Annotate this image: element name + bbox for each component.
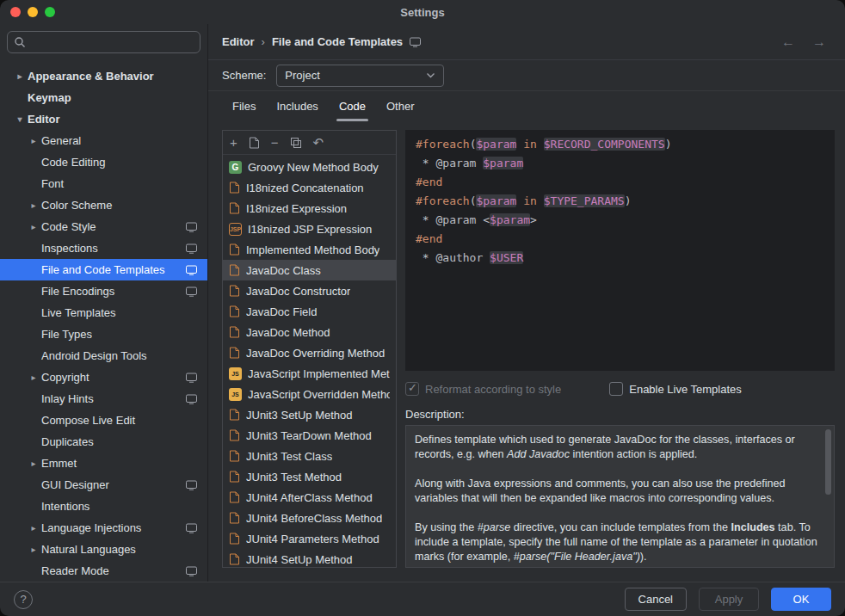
reformat-label: Reformat according to style xyxy=(425,383,561,396)
sidebar-item-natural-languages[interactable]: ▸Natural Languages xyxy=(0,539,207,560)
template-item-javadoc-class[interactable]: JavaDoc Class xyxy=(223,260,396,280)
close-window-button[interactable] xyxy=(10,7,21,17)
duplicate-template-icon[interactable] xyxy=(290,137,302,149)
sidebar-item-language-injections[interactable]: ▸Language Injections xyxy=(0,517,207,539)
sidebar-item-file-types[interactable]: File Types xyxy=(0,323,207,345)
template-item-javadoc-method[interactable]: JavaDoc Method xyxy=(223,322,396,342)
search-icon xyxy=(14,36,26,48)
sidebar-item-emmet[interactable]: ▸Emmet xyxy=(0,453,207,474)
forward-icon[interactable]: → xyxy=(807,34,831,50)
ok-button[interactable]: OK xyxy=(771,588,831,611)
scheme-select[interactable]: Project xyxy=(276,65,444,87)
description-paragraph: Defines template which used to generate … xyxy=(415,433,822,462)
tab-includes[interactable]: Includes xyxy=(266,91,328,121)
sidebar-item-compose-live-edit[interactable]: Compose Live Edit xyxy=(0,410,207,431)
file-template-icon xyxy=(229,285,240,297)
cancel-button[interactable]: Cancel xyxy=(625,588,687,611)
sidebar-item-label: Natural Languages xyxy=(41,543,207,556)
code-token: $param xyxy=(476,194,516,207)
chevron-right-icon[interactable]: ▸ xyxy=(26,222,41,231)
template-tabs: FilesIncludesCodeOther xyxy=(208,91,845,121)
settings-search-box[interactable] xyxy=(7,31,200,53)
reset-to-default-icon[interactable]: ↶ xyxy=(313,137,324,149)
tab-code[interactable]: Code xyxy=(329,91,376,121)
chevron-right-icon[interactable]: ▸ xyxy=(26,373,41,382)
back-icon[interactable]: ← xyxy=(776,34,800,50)
chevron-right-icon[interactable]: ▸ xyxy=(26,136,41,145)
sidebar-item-inlay-hints[interactable]: Inlay Hints xyxy=(0,388,207,410)
template-item-junit4-afterclass-method[interactable]: JUnit4 AfterClass Method xyxy=(223,487,396,508)
sidebar-item-file-encodings[interactable]: File Encodings xyxy=(0,280,207,302)
template-item-i18nized-expression[interactable]: I18nized Expression xyxy=(223,198,396,219)
sidebar-item-keymap[interactable]: Keymap xyxy=(0,87,207,108)
sidebar-item-code-editing[interactable]: Code Editing xyxy=(0,151,207,173)
tab-other[interactable]: Other xyxy=(376,91,425,121)
monitor-icon xyxy=(410,37,421,47)
sidebar-item-gui-designer[interactable]: GUI Designer xyxy=(0,474,207,496)
titlebar: Settings xyxy=(0,0,845,24)
remove-template-icon[interactable]: − xyxy=(271,137,279,149)
add-template-icon[interactable]: + xyxy=(230,137,237,149)
apply-button[interactable]: Apply xyxy=(699,588,759,611)
sidebar-item-android-design-tools[interactable]: Android Design Tools xyxy=(0,345,207,367)
sidebar-item-copyright[interactable]: ▸Copyright xyxy=(0,367,207,388)
template-item-groovy-new-method-body[interactable]: GGroovy New Method Body xyxy=(223,157,396,177)
sidebar-item-editor[interactable]: ▾Editor xyxy=(0,108,207,130)
settings-window: Settings ▸Appearance & BehaviorKeymap▾Ed… xyxy=(0,0,845,616)
scrollbar-thumb[interactable] xyxy=(825,429,831,495)
sidebar-item-label: Copyright xyxy=(41,371,186,384)
template-item-junit4-beforeclass-method[interactable]: JUnit4 BeforeClass Method xyxy=(223,508,396,528)
sidebar-item-inspections[interactable]: Inspections xyxy=(0,237,207,259)
tab-files[interactable]: Files xyxy=(222,91,266,121)
breadcrumb-parent[interactable]: Editor xyxy=(222,35,255,48)
chevron-right-icon[interactable]: ▸ xyxy=(26,523,41,533)
sidebar-item-code-style[interactable]: ▸Code Style xyxy=(0,216,207,237)
sidebar-item-reader-mode[interactable]: Reader Mode xyxy=(0,560,207,582)
template-item-junit3-test-class[interactable]: JUnit3 Test Class xyxy=(223,446,396,466)
sidebar-item-label: Inspections xyxy=(41,242,186,255)
chevron-right-icon[interactable]: ▸ xyxy=(26,459,41,468)
code-token: #end xyxy=(416,176,442,188)
code-token xyxy=(537,194,544,207)
sidebar-item-font[interactable]: Font xyxy=(0,173,207,194)
sidebar-item-general[interactable]: ▸General xyxy=(0,130,207,151)
sidebar-item-intentions[interactable]: Intentions xyxy=(0,496,207,517)
sidebar-item-color-scheme[interactable]: ▸Color Scheme xyxy=(0,194,207,216)
template-item-javascript-overridden-metho[interactable]: JSJavaScript Overridden Metho xyxy=(223,384,396,404)
template-item-junit3-setup-method[interactable]: JUnit3 SetUp Method xyxy=(223,404,396,425)
template-item-implemented-method-body[interactable]: Implemented Method Body xyxy=(223,239,396,260)
description-segment: directive, you can include templates fro… xyxy=(510,521,731,533)
chevron-right-icon[interactable]: ▸ xyxy=(12,71,28,81)
create-child-template-icon[interactable] xyxy=(249,137,260,149)
template-item-junit4-setup-method[interactable]: JUnit4 SetUp Method xyxy=(223,549,396,567)
sidebar-item-duplicates[interactable]: Duplicates xyxy=(0,431,207,453)
reformat-checkbox[interactable]: Reformat according to style xyxy=(405,382,561,396)
sidebar-item-live-templates[interactable]: Live Templates xyxy=(0,302,207,323)
sidebar-item-file-and-code-templates[interactable]: File and Code Templates xyxy=(0,259,207,280)
chevron-right-icon[interactable]: ▸ xyxy=(26,200,41,210)
enable-live-templates-checkbox[interactable]: Enable Live Templates xyxy=(609,382,742,396)
chevron-right-icon[interactable]: ▸ xyxy=(26,545,41,554)
template-item-junit3-teardown-method[interactable]: JUnit3 TearDown Method xyxy=(223,425,396,446)
template-code-editor[interactable]: #foreach($param in $RECORD_COMPONENTS) *… xyxy=(405,130,835,371)
template-item-javadoc-field[interactable]: JavaDoc Field xyxy=(223,301,396,322)
sidebar-item-appearance-behavior[interactable]: ▸Appearance & Behavior xyxy=(0,65,207,87)
template-item-junit4-parameters-method[interactable]: JUnit4 Parameters Method xyxy=(223,528,396,549)
zoom-window-button[interactable] xyxy=(45,7,55,17)
description-segment: intention action is applied. xyxy=(570,448,697,460)
minimize-window-button[interactable] xyxy=(28,7,38,17)
template-item-i18nized-concatenation[interactable]: I18nized Concatenation xyxy=(223,177,396,198)
settings-search-input[interactable] xyxy=(30,35,194,50)
template-item-junit3-test-method[interactable]: JUnit3 Test Method xyxy=(223,466,396,487)
template-item-i18nized-jsp-expression[interactable]: JSPI18nized JSP Expression xyxy=(223,219,396,239)
help-button[interactable]: ? xyxy=(14,590,33,609)
code-line: #foreach($param in $TYPE_PARAMS) xyxy=(416,192,824,211)
sidebar-item-label: File Types xyxy=(41,328,207,341)
template-item-javadoc-overriding-method[interactable]: JavaDoc Overriding Method xyxy=(223,342,396,363)
template-item-javascript-implemented-meth[interactable]: JSJavaScript Implemented Meth xyxy=(223,363,396,384)
template-item-javadoc-constructor[interactable]: JavaDoc Constructor xyxy=(223,280,396,301)
scheme-label: Scheme: xyxy=(222,69,266,82)
template-list: GGroovy New Method BodyI18nized Concaten… xyxy=(223,155,396,567)
chevron-down-icon[interactable]: ▾ xyxy=(12,114,28,124)
file-template-icon xyxy=(229,243,240,256)
